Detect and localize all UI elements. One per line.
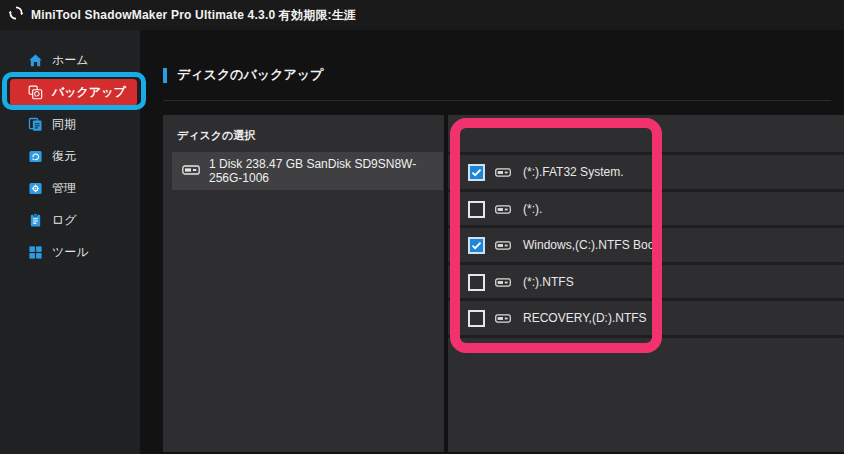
header-divider [163,100,831,101]
sidebar-item-label: 復元 [52,148,76,165]
partition-label: (*:). [523,202,542,216]
window-title: MiniTool ShadowMaker Pro Ultimate 4.3.0 … [31,7,356,24]
minitool-logo-icon [8,5,24,25]
partition-checkbox[interactable] [468,164,485,181]
sidebar-item-label: 同期 [52,116,76,133]
sidebar-item-label: ログ [52,212,77,229]
sidebar-item-backup[interactable]: バックアップ [10,79,137,106]
partition-label: RECOVERY,(D:).NTFS [523,311,647,325]
sidebar-item-label: ホーム [52,52,89,69]
partition-checkbox[interactable] [468,274,485,291]
sidebar-item-restore[interactable]: 復元 [0,143,140,169]
sidebar-item-label: 管理 [52,180,76,197]
sidebar-item-home[interactable]: ホーム [0,47,140,73]
partition-icon [495,163,511,181]
partition-checkbox[interactable] [468,310,485,327]
partition-panel: (*:).FAT32 System. (*:). Windows,(C:). [448,115,844,452]
log-icon [28,213,43,228]
titlebar: MiniTool ShadowMaker Pro Ultimate 4.3.0 … [0,0,844,30]
sidebar-item-label: ツール [52,244,89,261]
sidebar-item-tools[interactable]: ツール [0,239,140,265]
partition-row[interactable]: (*:).NTFS [448,265,844,299]
sidebar-item-sync[interactable]: 同期 [0,111,140,137]
manage-icon [28,181,43,196]
disk-row-label: 1 Disk 238.47 GB SanDisk SD9SN8W-256G-10… [209,157,443,185]
partition-icon [495,273,511,291]
partition-row[interactable]: RECOVERY,(D:).NTFS [448,301,844,335]
partition-label: (*:).NTFS [523,275,574,289]
partition-icon [495,309,511,327]
partition-row[interactable]: (*:).FAT32 System. [448,155,844,189]
partition-checkbox[interactable] [468,237,485,254]
disk-selection-panel: ディスクの選択 1 Disk 238.47 GB SanDisk SD9SN8W… [163,115,444,452]
partition-label: (*:).FAT32 System. [523,165,623,179]
disk-row[interactable]: 1 Disk 238.47 GB SanDisk SD9SN8W-256G-10… [172,152,443,190]
restore-icon [28,149,43,164]
main-content: ディスクのバックアップ ディスクの選択 1 Disk 238.47 GB San… [140,30,844,454]
home-icon [28,53,43,68]
partition-row[interactable]: (*:). [448,192,844,226]
backup-icon [28,85,43,100]
sync-icon [28,117,43,132]
sidebar-item-log[interactable]: ログ [0,207,140,233]
sidebar-item-label: バックアップ [52,84,126,101]
app-window: MiniTool ShadowMaker Pro Ultimate 4.3.0 … [0,0,844,454]
partition-icon [495,236,511,254]
tools-icon [28,245,43,260]
partition-label: Windows,(C:).NTFS Boot. [523,238,661,252]
partition-checkbox[interactable] [468,201,485,218]
sidebar-item-manage[interactable]: 管理 [0,175,140,201]
disk-icon [182,164,200,178]
partition-icon [495,200,511,218]
page-title: ディスクのバックアップ [177,66,323,84]
disk-selection-label: ディスクの選択 [177,128,255,143]
partition-row[interactable]: Windows,(C:).NTFS Boot. [448,228,844,262]
page-header: ディスクのバックアップ [163,66,323,84]
row-divider [448,335,844,338]
sidebar: ホーム バックアップ 同期 [0,30,140,454]
accent-bar [163,68,167,83]
